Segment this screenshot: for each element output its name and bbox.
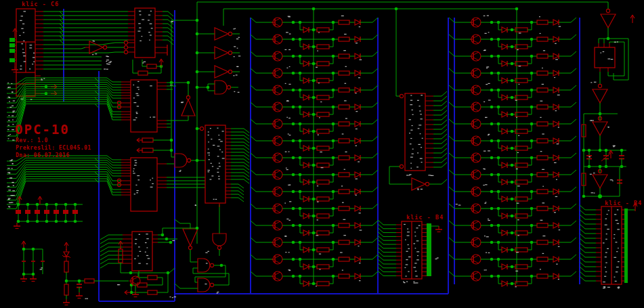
wire xyxy=(372,221,378,225)
resistor xyxy=(537,223,548,227)
pin-label-text xyxy=(590,120,592,120)
pin-label-text xyxy=(219,149,221,150)
pin-label-text xyxy=(420,158,423,159)
wire xyxy=(580,205,585,210)
wire xyxy=(580,243,585,248)
junction-dot xyxy=(511,248,514,252)
wire xyxy=(238,194,244,198)
wire xyxy=(251,187,256,192)
component-lead xyxy=(275,210,280,213)
pin-label-text xyxy=(409,175,410,175)
pin-label-text xyxy=(222,131,224,131)
junction-dot xyxy=(292,207,295,211)
wire xyxy=(100,251,108,256)
pin-label-text xyxy=(146,238,148,239)
junction-dot xyxy=(312,130,316,133)
resistor xyxy=(537,156,548,160)
resistor xyxy=(142,148,153,152)
wire xyxy=(449,170,454,175)
resistor xyxy=(339,139,349,143)
pin-label-text xyxy=(418,125,421,125)
pin-label-text xyxy=(554,162,557,163)
pin-label-text xyxy=(150,187,153,188)
pin-label-text xyxy=(32,64,33,64)
wire xyxy=(442,134,447,139)
junction-dot xyxy=(312,113,316,116)
pin-label-text xyxy=(133,169,135,169)
pin-label-text xyxy=(610,179,613,180)
pin-label-text xyxy=(358,161,360,162)
pin-label-text xyxy=(219,162,220,163)
pin-label-text xyxy=(146,255,148,256)
diode xyxy=(355,20,360,25)
pin-label-text xyxy=(12,115,14,116)
inverter-bubble xyxy=(124,45,127,49)
pin-label-text xyxy=(410,163,412,164)
resistor xyxy=(515,163,528,167)
pin-label-text xyxy=(174,296,177,297)
pin-label-text xyxy=(133,85,134,85)
junction-dot xyxy=(530,123,534,126)
inverter xyxy=(215,66,228,78)
junction-dot xyxy=(332,55,335,58)
diode xyxy=(355,37,360,42)
wire xyxy=(580,229,585,234)
pin-label-text xyxy=(8,87,11,87)
diode xyxy=(553,87,559,93)
wire xyxy=(442,96,447,101)
wire xyxy=(442,125,447,129)
junction-dot xyxy=(332,21,335,24)
inverter xyxy=(593,122,607,135)
component-lead xyxy=(473,103,479,106)
pin-label-text xyxy=(488,100,491,100)
pin-label-text xyxy=(344,169,345,170)
wire xyxy=(100,239,108,244)
pin-label-text xyxy=(288,152,290,152)
diode xyxy=(553,155,559,160)
inverter xyxy=(215,47,228,59)
component-lead xyxy=(473,227,479,229)
resistor xyxy=(339,257,349,261)
component-lead xyxy=(473,120,479,123)
wire xyxy=(251,102,256,107)
wire xyxy=(449,255,454,259)
pin-label-text xyxy=(517,185,520,186)
resistor xyxy=(537,122,548,126)
pin-label-text xyxy=(107,56,109,57)
wire xyxy=(244,169,249,173)
pin-label-text xyxy=(148,15,150,16)
pin-label-text xyxy=(518,135,519,136)
pin-label-text xyxy=(286,219,288,219)
pin-label-text xyxy=(488,83,490,84)
wire xyxy=(244,129,249,133)
wire xyxy=(372,102,378,107)
wire xyxy=(251,119,256,124)
pin-label-text xyxy=(21,43,23,44)
pin-label-text xyxy=(152,183,154,184)
pin-label-text xyxy=(179,171,181,172)
pin-label-text xyxy=(409,174,411,175)
wire xyxy=(100,263,108,268)
pin-label-text xyxy=(238,56,240,56)
pin-label-text xyxy=(316,235,318,236)
pin-label-text xyxy=(138,263,141,264)
pin-label-text xyxy=(41,267,43,268)
pin-label-text xyxy=(172,240,175,241)
wire xyxy=(442,162,447,167)
diode xyxy=(355,70,360,76)
pin-label-text xyxy=(222,158,225,158)
inverter xyxy=(593,89,607,103)
pin-label-text xyxy=(142,62,144,63)
junction-dot xyxy=(530,139,534,143)
pin-label-text xyxy=(8,206,9,206)
pin-label-text xyxy=(406,251,408,252)
wire xyxy=(442,120,447,125)
component-lead xyxy=(275,193,280,196)
junction-dot xyxy=(292,275,295,278)
inverter xyxy=(89,41,103,53)
component-lead xyxy=(62,255,64,257)
junction-dot xyxy=(292,55,295,58)
pin-label-text xyxy=(412,149,414,150)
junction-dot xyxy=(530,207,534,211)
pin-label-text xyxy=(289,201,291,202)
